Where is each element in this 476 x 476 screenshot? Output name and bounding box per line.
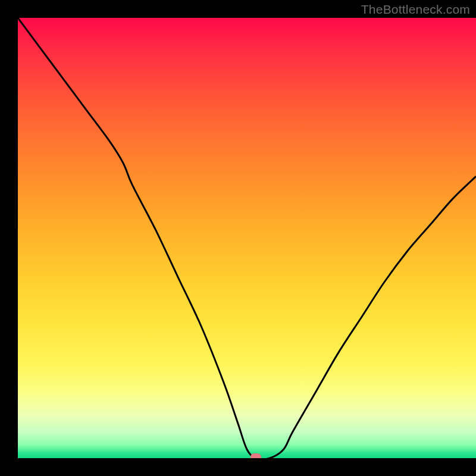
bottleneck-curve bbox=[18, 18, 476, 458]
chart-frame: TheBottleneck.com bbox=[0, 0, 476, 476]
minimum-marker bbox=[250, 453, 261, 458]
plot-area bbox=[18, 18, 476, 458]
watermark-text: TheBottleneck.com bbox=[361, 2, 470, 17]
